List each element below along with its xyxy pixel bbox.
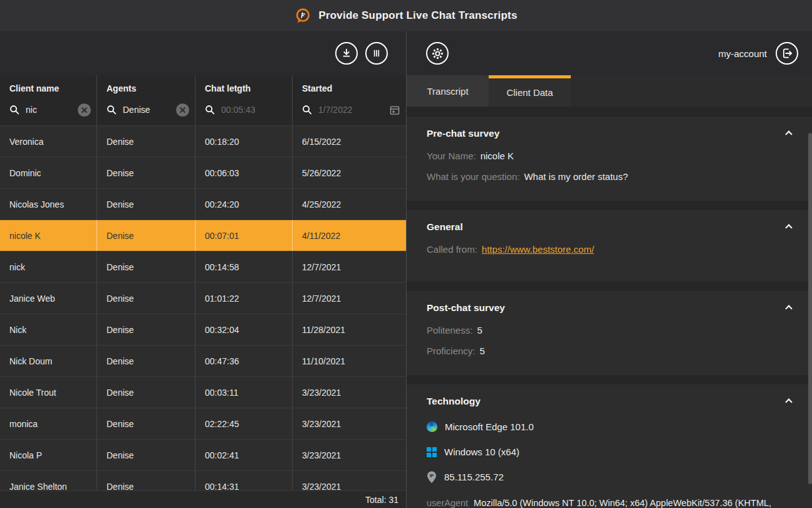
tech-item-windows-10-x64: Windows 10 (x64) <box>427 445 787 458</box>
column-started: Started1/7/2022 <box>293 75 406 125</box>
table-row[interactable]: nickDenise00:14:5812/7/2021 <box>0 251 406 283</box>
search-icon <box>205 105 215 115</box>
scrollbar-thumb[interactable] <box>808 133 812 484</box>
table-row[interactable]: Janice WebDenise01:01:2212/7/2021 <box>0 283 406 314</box>
tech-item-text: Microsoft Edge 101.0 <box>445 421 534 432</box>
table-cell: Veronica <box>0 126 97 157</box>
table-cell: Denise <box>97 314 195 345</box>
table-cell: 4/25/2022 <box>293 189 406 220</box>
field-value: nicole K <box>481 151 514 161</box>
field-label: Politeness: <box>427 325 472 336</box>
column-chat-letgth: Chat letgth00:05:43 <box>195 75 293 125</box>
settings-icon[interactable] <box>426 42 449 65</box>
table-row[interactable]: DominicDenise00:06:035/26/2022 <box>0 157 406 189</box>
table-cell: 11/10/2021 <box>293 346 406 376</box>
table-cell: monica <box>0 408 97 439</box>
collapse-chevron-icon[interactable] <box>784 304 793 312</box>
windows-os-icon <box>427 447 437 457</box>
table-cell: 00:14:58 <box>195 251 293 282</box>
table-cell: Denise <box>97 126 195 157</box>
section-pre-chat-survey: Pre-chat surveyYour Name:nicole KWhat is… <box>407 117 812 201</box>
table-cell: Denise <box>97 346 195 376</box>
field-value: What is my order status? <box>524 171 628 182</box>
table-cell: 00:07:01 <box>195 220 293 251</box>
table-row[interactable]: Nicola PDenise00:02:413/23/2021 <box>0 440 406 471</box>
table-toolbar <box>0 31 406 75</box>
column-header-started[interactable]: Started <box>293 83 406 93</box>
section-title: General <box>427 220 787 234</box>
filter-input-chat-letgth[interactable]: 00:05:43 <box>195 102 292 118</box>
logout-icon[interactable] <box>776 42 798 65</box>
search-icon <box>302 105 312 115</box>
columns-icon[interactable] <box>365 42 388 65</box>
detail-toolbar: my-account <box>407 31 812 75</box>
tech-item-text: Windows 10 (x64) <box>444 447 519 457</box>
calendar-icon[interactable] <box>389 104 400 115</box>
called-from-link[interactable]: https://www.beststore.com/ <box>482 244 594 255</box>
tab-transcript[interactable]: Transcript <box>407 75 489 107</box>
table-row[interactable]: NickDenise00:32:0411/28/2021 <box>0 314 406 346</box>
table-row[interactable]: Nicole TroutDenise00:03:113/23/2021 <box>0 377 406 408</box>
table-cell: 01:01:22 <box>195 283 293 314</box>
table-cell: Denise <box>97 283 195 314</box>
table-row[interactable]: Nicolas JonesDenise00:24:204/25/2022 <box>0 189 406 220</box>
section-post-chat-survey: Post-chat surveyPoliteness:5Proficiency:… <box>407 291 812 375</box>
table-cell: 4/11/2022 <box>293 220 406 251</box>
app-header: Provide Support Live Chat Transcripts <box>0 0 812 31</box>
filter-input-client-name[interactable]: nic <box>0 102 96 118</box>
field-value: 5 <box>477 325 482 336</box>
field-your-name: Your Name:nicole K <box>427 149 787 162</box>
column-header-client-name[interactable]: Client name <box>0 83 96 93</box>
table-header: Client namenicAgentsDeniseChat letgth00:… <box>0 75 406 126</box>
collapse-chevron-icon[interactable] <box>784 397 793 406</box>
filter-placeholder: 00:05:43 <box>221 105 286 115</box>
table-cell: Denise <box>97 377 195 408</box>
table-cell: Nick Doum <box>0 346 97 376</box>
tab-client-data[interactable]: Client Data <box>489 75 571 107</box>
useragent-label: userAgent <box>427 498 468 508</box>
table-cell: 3/23/2021 <box>293 377 406 408</box>
table-row[interactable]: VeronicaDenise00:18:206/15/2022 <box>0 126 406 157</box>
svg-text:IP: IP <box>430 474 434 479</box>
table-row[interactable]: monicaDenise02:22:453/23/2021 <box>0 408 406 440</box>
table-cell: 12/7/2021 <box>293 251 406 282</box>
collapse-chevron-icon[interactable] <box>784 129 793 138</box>
column-header-chat-letgth[interactable]: Chat letgth <box>195 83 292 93</box>
table-cell: 11/28/2021 <box>293 314 406 345</box>
table-cell: nick <box>0 251 97 282</box>
tech-item-text: 85.115.255.72 <box>444 472 504 482</box>
table-cell: 00:02:41 <box>195 440 293 470</box>
table-cell: Janice Web <box>0 283 97 314</box>
client-data-content: Pre-chat surveyYour Name:nicole KWhat is… <box>407 107 812 508</box>
table-row[interactable]: Nick DoumDenise00:47:3611/10/2021 <box>0 346 406 377</box>
section-title: Post-chat survey <box>427 301 787 315</box>
filter-input-agents[interactable]: Denise <box>97 102 195 118</box>
download-icon[interactable] <box>335 42 358 65</box>
clear-filter-icon[interactable] <box>78 103 91 117</box>
table-cell: Denise <box>97 220 195 251</box>
edge-browser-icon <box>427 421 437 432</box>
table-cell: 02:22:45 <box>195 408 293 439</box>
collapse-chevron-icon[interactable] <box>784 223 793 231</box>
field-label: Called from: <box>427 244 477 255</box>
filter-input-started[interactable]: 1/7/2022 <box>293 102 406 118</box>
section-general: GeneralCalled from:https://www.beststore… <box>407 210 812 282</box>
section-title: Pre-chat survey <box>427 127 787 140</box>
account-name: my-account <box>718 48 767 59</box>
table-cell: Nicola P <box>0 440 97 470</box>
column-header-agents[interactable]: Agents <box>97 83 195 93</box>
app-title: Provide Support Live Chat Transcripts <box>318 9 517 22</box>
tech-item-microsoft-edge-101-0: Microsoft Edge 101.0 <box>427 420 787 433</box>
table-cell: Denise <box>97 157 195 188</box>
column-client-name: Client namenic <box>0 75 97 125</box>
clear-filter-icon[interactable] <box>176 103 189 117</box>
table-cell: 00:24:20 <box>195 189 293 220</box>
useragent-value: Mozilla/5.0 (Windows NT 10.0; Win64; x64… <box>427 498 771 508</box>
table-cell: Denise <box>97 189 195 220</box>
field-value: 5 <box>480 346 485 356</box>
table-cell: Nicolas Jones <box>0 189 97 220</box>
column-agents: AgentsDenise <box>97 75 195 125</box>
section-technology: TechnologyMicrosoft Edge 101.0Windows 10… <box>407 384 812 508</box>
table-row[interactable]: nicole KDenise00:07:014/11/2022 <box>0 220 406 251</box>
detail-panel: my-account TranscriptClient Data Pre-cha… <box>407 31 812 508</box>
